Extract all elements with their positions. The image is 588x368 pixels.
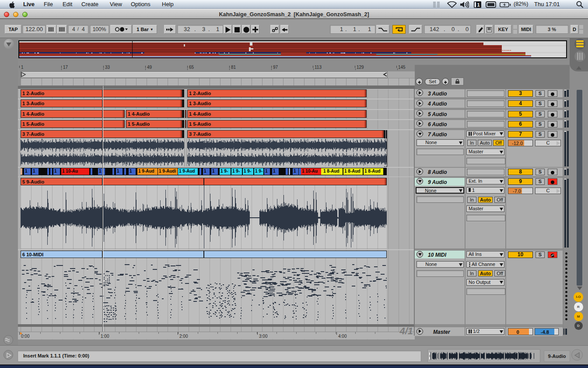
svg-text:1: 1: [477, 2, 480, 7]
